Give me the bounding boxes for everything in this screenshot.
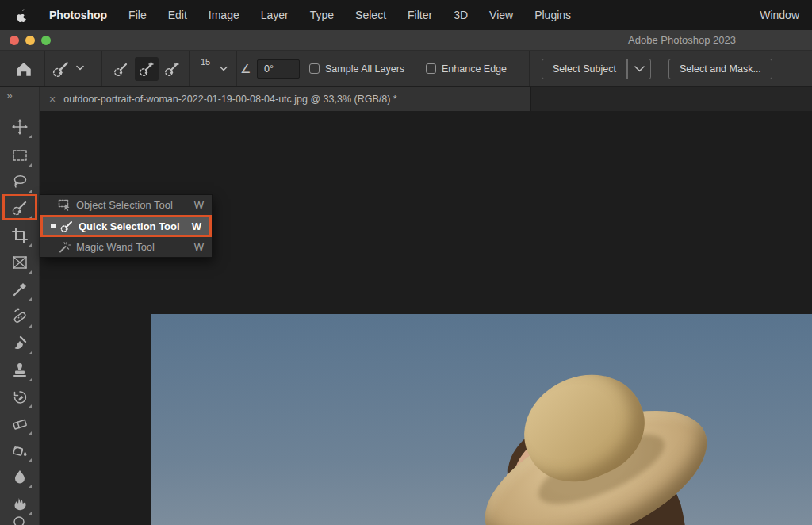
tool-lasso[interactable] (6, 168, 33, 195)
menu-filter[interactable]: Filter (408, 9, 432, 21)
window-title: Adobe Photoshop 2023 (628, 30, 736, 50)
object-selection-tool-icon (58, 198, 71, 212)
chevron-down-icon (634, 66, 645, 72)
home-button[interactable] (13, 59, 35, 79)
select-and-mask-button[interactable]: Select and Mask... (668, 59, 772, 79)
flyout-corner (29, 190, 32, 193)
enhance-edge-label: Enhance Edge (442, 51, 507, 86)
magic-wand-tool-icon (58, 240, 71, 254)
sample-all-layers-checkbox[interactable] (309, 63, 320, 74)
angle-input[interactable]: 0° (257, 59, 300, 79)
menu-item-object-selection-tool[interactable]: Object Selection Tool W (40, 195, 212, 215)
menu-item-label: Object Selection Tool (76, 199, 173, 211)
eraser-icon (11, 415, 29, 432)
options-separator (44, 51, 45, 86)
tool-brush[interactable] (6, 330, 33, 357)
canvas-pasteboard[interactable] (40, 111, 812, 525)
flyout-corner (29, 485, 32, 488)
menu-layer[interactable]: Layer (261, 9, 289, 21)
flyout-corner (29, 404, 32, 408)
move-icon (11, 118, 29, 136)
close-tab-icon[interactable]: × (49, 94, 56, 105)
tool-crop[interactable] (6, 222, 33, 249)
menu-window[interactable]: Window (760, 0, 799, 30)
document-tab[interactable]: × outdoor-portrait-of-woman-2022-01-19-0… (40, 87, 531, 111)
macos-menu-bar: Photoshop File Edit Image Layer Type Sel… (0, 0, 812, 30)
menu-select[interactable]: Select (355, 9, 386, 21)
menu-edit[interactable]: Edit (168, 9, 187, 21)
flyout-corner (29, 243, 32, 247)
subtract-from-selection-icon (163, 60, 181, 78)
brush-icon (11, 335, 29, 352)
tool-rectangular-marquee[interactable] (6, 142, 33, 169)
angle-icon: ∠ (240, 62, 251, 76)
zoom-window-button[interactable] (41, 36, 51, 45)
paint-bucket-icon (11, 442, 29, 459)
menu-item-label: Quick Selection Tool (79, 220, 180, 232)
menu-item-label: Magic Wand Tool (76, 241, 155, 253)
tool-move[interactable] (6, 113, 33, 140)
menu-item-quick-selection-tool[interactable]: Quick Selection Tool W (40, 215, 212, 237)
apple-logo-icon[interactable] (16, 9, 28, 22)
tool-spot-healing-brush[interactable] (6, 303, 33, 330)
straw-hat (445, 337, 737, 525)
subtract-from-selection-mode-button[interactable] (160, 57, 184, 81)
menu-image[interactable]: Image (209, 9, 239, 21)
menu-item-shortcut: W (192, 220, 201, 232)
menu-3d[interactable]: 3D (454, 9, 468, 21)
active-tool-bullet (51, 224, 56, 228)
home-icon (14, 59, 33, 79)
flyout-corner (29, 324, 32, 328)
document-canvas-image[interactable] (151, 314, 812, 525)
flyout-corner (29, 135, 32, 138)
close-window-button[interactable] (10, 36, 19, 45)
menu-file[interactable]: File (128, 9, 147, 21)
menu-photoshop[interactable]: Photoshop (49, 9, 107, 21)
new-selection-icon (113, 60, 130, 78)
add-to-selection-mode-button[interactable] (135, 57, 159, 81)
menu-view[interactable]: View (489, 9, 513, 21)
flyout-corner (29, 431, 32, 435)
tool-eyedropper[interactable] (6, 276, 33, 303)
tool-dodge[interactable] (6, 509, 33, 525)
tool-options-bar: 15 ∠ 0° Sample All Layers Enhance Edge S… (0, 51, 812, 87)
menu-plugins[interactable]: Plugins (534, 9, 571, 21)
tool-clone-stamp[interactable] (6, 357, 33, 384)
tool-preset-picker[interactable] (49, 59, 73, 79)
blur-drop-icon (11, 468, 29, 485)
select-subject-button[interactable]: Select Subject (542, 59, 627, 79)
photoshop-window: Photoshop File Edit Image Layer Type Sel… (0, 0, 812, 525)
clone-stamp-icon (11, 362, 29, 379)
collapse-panel-icon[interactable]: » (6, 89, 12, 102)
menu-type[interactable]: Type (310, 9, 334, 21)
tools-panel: » (0, 87, 40, 525)
quick-selection-tool-icon (60, 220, 74, 233)
sample-all-layers-label: Sample All Layers (325, 51, 404, 86)
enhance-edge-checkbox[interactable] (426, 63, 436, 74)
options-separator (189, 51, 190, 86)
quick-selection-tool-highlight-box (2, 194, 37, 220)
brush-size-control[interactable]: 15 (195, 57, 216, 67)
tool-frame[interactable] (6, 249, 33, 276)
flyout-corner (29, 351, 32, 354)
chevron-down-icon[interactable] (76, 65, 84, 71)
select-subject-dropdown-button[interactable] (627, 59, 651, 79)
menu-item-magic-wand-tool[interactable]: Magic Wand Tool W (40, 237, 212, 257)
options-separator (102, 51, 102, 86)
tool-eraser[interactable] (6, 410, 33, 437)
add-to-selection-icon (138, 60, 155, 78)
flyout-corner (29, 458, 32, 462)
rectangular-marquee-icon (11, 147, 29, 164)
options-separator (529, 51, 530, 86)
chevron-down-icon[interactable] (220, 66, 228, 71)
active-tool-marker-slot (48, 224, 59, 228)
tool-history-brush[interactable] (6, 383, 33, 410)
flyout-corner (29, 297, 32, 301)
new-selection-mode-button[interactable] (109, 57, 133, 81)
menu-item-shortcut: W (194, 241, 204, 253)
minimize-window-button[interactable] (25, 36, 35, 45)
flyout-corner (29, 270, 32, 274)
tool-blur[interactable] (6, 463, 33, 490)
tool-paint-bucket[interactable] (6, 437, 33, 464)
lasso-icon (11, 173, 29, 190)
